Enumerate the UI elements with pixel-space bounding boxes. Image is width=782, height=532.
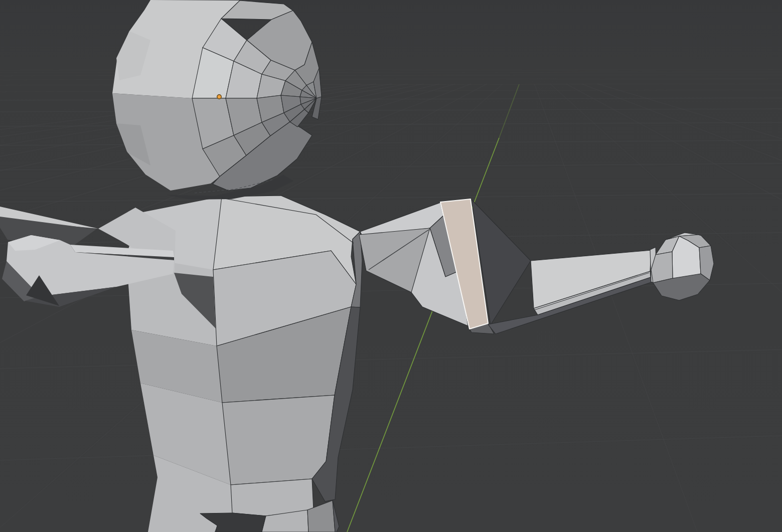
blender-3d-viewport[interactable] [0,0,782,532]
viewport-canvas[interactable] [0,0,782,532]
torso-row-4[interactable] [231,479,314,516]
object-origin-dot[interactable] [217,95,221,99]
origin-dot[interactable] [217,95,221,99]
